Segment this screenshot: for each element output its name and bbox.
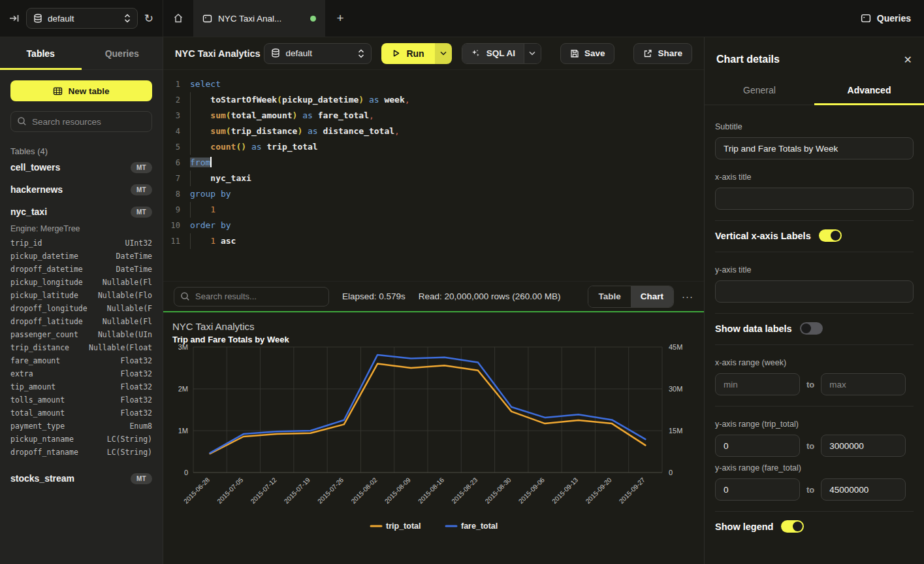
home-icon	[173, 13, 183, 24]
play-icon	[392, 49, 400, 58]
engine-badge: MT	[131, 184, 152, 195]
table-item-hackernews[interactable]: hackernewsMT	[10, 178, 152, 201]
resource-search	[10, 111, 152, 132]
chart-plot: 001M15M2M30M3M45M2015-06-282015-07-05201…	[163, 344, 704, 562]
subtitle-input[interactable]	[715, 137, 914, 159]
line-number: 5	[163, 139, 180, 155]
results-search-input[interactable]	[174, 287, 329, 307]
y-range-fare-max-input[interactable]	[821, 478, 906, 501]
editor-line[interactable]: 9 1	[163, 202, 704, 218]
x-axis-title-input[interactable]	[715, 188, 914, 210]
table-item-nyc_taxi[interactable]: nyc_taxiMT	[10, 201, 152, 223]
x-axis-label: 2015-08-23	[450, 476, 479, 505]
query-toolbar: NYC Taxi Analytics default	[163, 37, 704, 70]
close-icon[interactable]: ✕	[904, 54, 912, 66]
database-icon	[33, 14, 42, 24]
editor-line[interactable]: 2 toStartOfWeek(pickup_datetime) as week…	[163, 92, 704, 108]
x-axis-label: 2015-07-19	[283, 476, 311, 505]
collapse-sidebar-icon[interactable]	[9, 13, 20, 24]
sidebar-tab-tables[interactable]: Tables	[0, 37, 82, 69]
column-row: dropoff_datetimeDateTime	[10, 265, 152, 278]
sql-editor-lines: 1select2 toStartOfWeek(pickup_datetime) …	[163, 76, 704, 249]
results-more-menu[interactable]: ···	[682, 291, 693, 302]
line-number: 2	[163, 92, 180, 108]
elapsed-stat: Elapsed: 0.579s	[342, 291, 406, 301]
column-row: trip_distanceNullable(Float	[10, 343, 152, 356]
column-row: tip_amountFloat32	[10, 382, 152, 395]
run-button-label: Run	[406, 48, 424, 59]
save-button-label: Save	[584, 48, 605, 58]
query-tab-title: NYC Taxi Anal...	[218, 14, 304, 24]
table-item-cell_towers[interactable]: cell_towersMT	[10, 156, 152, 178]
column-row: total_amountFloat32	[10, 408, 152, 422]
x-range-max-input[interactable]	[821, 373, 906, 395]
column-row: trip_idUInt32	[10, 239, 152, 252]
y-range-trip-max-input[interactable]	[821, 435, 906, 457]
run-button[interactable]: Run	[381, 43, 434, 64]
show-data-labels-toggle[interactable]	[800, 322, 823, 335]
editor-line[interactable]: 8group by	[163, 186, 704, 202]
query-tab[interactable]: NYC Taxi Anal...	[193, 0, 325, 37]
editor-line[interactable]: 10order by	[163, 218, 704, 233]
svg-text:1M: 1M	[178, 427, 188, 435]
sql-ai-caret[interactable]	[524, 44, 541, 63]
editor-line[interactable]: 7 nyc_taxi	[163, 171, 704, 186]
sql-ai-button[interactable]: SQL AI	[462, 44, 524, 63]
save-icon	[570, 49, 579, 58]
editor-line[interactable]: 11 1 asc	[163, 233, 704, 249]
run-options-caret[interactable]	[435, 43, 452, 64]
y-range-fare-min-input[interactable]	[715, 478, 800, 501]
panel-title: Chart details	[716, 54, 780, 65]
query-title: NYC Taxi Analytics	[175, 48, 264, 59]
new-tab-button[interactable]: +	[325, 0, 355, 37]
share-button[interactable]: Share	[633, 43, 692, 64]
search-icon	[17, 116, 27, 126]
refresh-icon[interactable]: ↻	[144, 12, 153, 25]
line-number: 6	[163, 155, 180, 171]
panel-tab-advanced[interactable]: Advanced	[814, 75, 924, 105]
line-number: 11	[163, 233, 180, 249]
x-axis-title-label: x-axis title	[715, 173, 914, 182]
chevron-down-icon	[440, 51, 447, 56]
queries-button[interactable]: Queries	[861, 13, 911, 24]
view-toggle-chart[interactable]: Chart	[631, 286, 673, 307]
y-axis-range-fare-label: y-axis range (fare_total)	[715, 463, 914, 473]
engine-badge: MT	[131, 473, 152, 484]
editor-line[interactable]: 1select	[163, 76, 704, 92]
x-range-min-input[interactable]	[715, 373, 800, 395]
y-axis-title-input[interactable]	[715, 280, 914, 303]
results-search	[174, 287, 329, 307]
vertical-x-labels-toggle[interactable]	[819, 229, 842, 242]
x-axis-label: 2015-06-28	[182, 476, 211, 505]
save-button[interactable]: Save	[560, 43, 615, 64]
panel-tabs: General Advanced	[705, 75, 924, 105]
show-legend-toggle[interactable]	[781, 520, 804, 533]
chevron-down-icon	[529, 51, 535, 56]
home-button[interactable]	[163, 0, 193, 37]
y-axis-title-label: y-axis title	[715, 265, 914, 274]
svg-text:fare_total: fare_total	[461, 522, 498, 531]
table-item-stocks_stream[interactable]: stocks_streamMT	[10, 467, 152, 489]
range-to-label: to	[806, 441, 814, 451]
column-row: dropoff_latitudeNullable(Fl	[10, 317, 152, 330]
new-table-button[interactable]: New table	[10, 80, 152, 101]
editor-line[interactable]: 4 sum(trip_distance) as distance_total,	[163, 124, 704, 139]
panel-tab-general[interactable]: General	[705, 75, 814, 105]
column-row: dropoff_longitudeNullable(F	[10, 304, 152, 317]
resource-search-input[interactable]	[10, 111, 152, 132]
sql-editor[interactable]: 1select2 toStartOfWeek(pickup_datetime) …	[163, 70, 704, 281]
column-row: extraFloat32	[10, 369, 152, 382]
editor-line[interactable]: 5 count() as trip_total	[163, 139, 704, 155]
database-selector[interactable]: default	[26, 8, 138, 29]
editor-line[interactable]: 6from	[163, 155, 704, 171]
sidebar-tab-queries[interactable]: Queries	[82, 37, 163, 69]
query-database-selector[interactable]: default	[264, 43, 372, 64]
x-axis-label: 2015-09-13	[550, 476, 579, 505]
sparkle-icon	[471, 48, 481, 58]
y-range-trip-min-input[interactable]	[715, 435, 800, 457]
editor-line[interactable]: 3 sum(total_amount) as fare_total,	[163, 108, 704, 124]
legend-item-fare_total[interactable]: fare_total	[446, 522, 498, 531]
legend-item-trip_total[interactable]: trip_total	[371, 522, 421, 531]
view-toggle-table[interactable]: Table	[588, 286, 630, 307]
column-row: tolls_amountFloat32	[10, 395, 152, 408]
